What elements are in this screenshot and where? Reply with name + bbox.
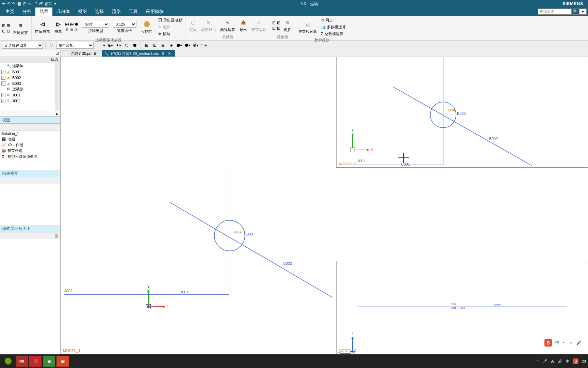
layout-grid1-icon[interactable]: ⊞ — [2, 23, 5, 28]
more-button[interactable]: ⊞ 更多 — [282, 18, 293, 33]
tool-icon-c[interactable]: ✦▾ — [115, 42, 122, 49]
list-item-load[interactable]: 📦载荷传递 — [0, 148, 60, 154]
total-calc-button[interactable]: Σ总数模运算 — [320, 31, 347, 37]
ime-logo-icon[interactable]: S — [544, 339, 552, 347]
ime-lang[interactable]: 中 — [555, 340, 559, 346]
tool-icon-i[interactable]: ◈ — [168, 42, 175, 49]
command-search-input[interactable] — [538, 9, 572, 15]
search-button[interactable]: 🔍 — [572, 9, 579, 15]
menu-home[interactable]: 主页 — [1, 7, 18, 16]
tree-item-b001[interactable]: ◢B001 — [0, 69, 55, 75]
checkbox[interactable] — [1, 76, 5, 80]
export-movie-button[interactable]: 🎞导出至电影 — [157, 17, 183, 23]
checkbox[interactable] — [1, 81, 5, 86]
tree-item-b002[interactable]: ◢B002 — [0, 75, 55, 80]
filter-combo[interactable]: 无选择过滤器 — [2, 42, 43, 49]
export-button[interactable]: 📤 导出 — [238, 18, 249, 33]
play-back-button[interactable]: ⊲ 向后播放 — [34, 19, 51, 35]
taskbar-nx[interactable]: NX — [16, 356, 28, 367]
tool-icon-g[interactable]: ⊡ — [151, 42, 158, 49]
checkbox[interactable] — [1, 70, 5, 74]
system-tray[interactable]: ˄ 🎤 🖧 🔊 中 S 20 — [537, 358, 586, 364]
tree-item-j001[interactable]: ⚙J001 — [0, 92, 55, 98]
viewport-model-3[interactable]: J004 J003B003 B002 Z Y S 中 •, ☺ 🎤 — [336, 261, 588, 354]
ime-toolbar[interactable]: S 中 •, ☺ 🎤 — [542, 338, 584, 348]
rigid-only-button[interactable]: ⬣ 仅刚性 — [140, 19, 154, 35]
tree-bodies[interactable]: 🔧运动体 — [0, 63, 55, 69]
assembly-combo[interactable]: 整个装配 — [56, 42, 94, 49]
sync-button[interactable]: ⟲同步 — [320, 17, 347, 23]
pointer-icon[interactable]: ↖ — [28, 1, 31, 6]
tray-network-icon[interactable]: 🖧 — [551, 359, 554, 363]
taskbar-camtasia[interactable]: ▣ — [43, 356, 55, 367]
tab-close-icon[interactable]: ✕ — [167, 51, 172, 56]
layout-grid3-icon[interactable]: ⊞ — [7, 23, 10, 28]
tray-time[interactable]: 20 — [582, 359, 586, 363]
layout-grid2-icon[interactable]: ⊟ — [2, 29, 5, 33]
tool-icon-l[interactable]: ⊕▾ — [192, 42, 199, 49]
curve-calc-button[interactable]: ∿ 曲线运算 — [219, 18, 236, 33]
tray-chevron-icon[interactable]: ˄ — [537, 359, 539, 364]
viewport-model-1[interactable]: J001 B001 B002 B003 J004 Y X MODEL_1 — [61, 57, 336, 354]
list-item-anim[interactable]: 🎬动画 — [0, 136, 60, 142]
record-icon[interactable]: ⏺ — [75, 22, 79, 27]
tree-item-b003[interactable]: ◢B003 — [0, 80, 55, 86]
func-icon3[interactable]: ⊞ — [277, 20, 280, 25]
taskbar-ppt[interactable]: ▣ — [56, 356, 69, 367]
redo-icon[interactable]: ↷ — [12, 1, 15, 6]
checkbox[interactable] — [1, 93, 5, 97]
menu-analysis[interactable]: 分析 — [18, 7, 35, 16]
ime-mic-icon[interactable]: 🎤 — [576, 340, 582, 345]
mic-icon[interactable]: 🎤 — [33, 1, 38, 6]
ime-face-icon[interactable]: ☺ — [569, 340, 573, 345]
func-icon2[interactable]: ⊡ — [272, 26, 276, 31]
tool-icon-k[interactable]: ⬢▾ — [184, 42, 191, 49]
checkbox[interactable] — [1, 99, 5, 103]
menu-view[interactable]: 视图 — [74, 7, 91, 16]
menu-icon[interactable]: ☰ — [2, 1, 6, 6]
tool-icon-a[interactable]: ⬚▾ — [99, 42, 105, 49]
grid-icon[interactable]: ⊞ — [23, 1, 27, 6]
search-dropdown[interactable]: ▾ — [579, 9, 587, 15]
multi-calc-button[interactable]: 📊多数模运算 — [320, 24, 347, 30]
tree-scroll-right-icon[interactable]: ▸ — [0, 111, 60, 116]
menu-app[interactable]: 应用模块 — [142, 7, 168, 16]
ime-punct-icon[interactable]: •, — [563, 340, 566, 345]
tray-ime-icon[interactable]: S — [573, 358, 578, 364]
tab-sim[interactable]: 🔧 (仿真) 习题7-30_motion1.sim 🗎 ✕ — [102, 50, 175, 57]
menu-geometry[interactable]: 几何体 — [52, 7, 74, 16]
list-item-model[interactable]: ⚙模型和载荷预处理 — [0, 154, 60, 159]
start-button[interactable] — [2, 356, 14, 367]
play-button[interactable]: ⊳ 播放 — [53, 19, 64, 35]
step-back-icon[interactable]: ⏮ — [65, 22, 69, 27]
cascade-icon[interactable]: 🗗 — [39, 1, 43, 6]
tray-lang[interactable]: 中 — [566, 359, 570, 364]
step-forward-icon[interactable]: ⏭ — [70, 22, 74, 27]
tool-icon-m[interactable]: ⬚▾ — [200, 42, 207, 49]
tool-icon-e[interactable]: ⬢ — [131, 42, 138, 49]
move-button[interactable]: ✥移动 — [157, 31, 183, 37]
quick-access-toolbar[interactable]: ☰ ↶ ↷ 📋 ⊞ ↖ 🎤 🗗 窗口 ▾ — [2, 1, 56, 7]
func-icon4[interactable]: ⊡ — [277, 26, 280, 31]
tool-icon-j[interactable]: ⬣▾ — [176, 42, 183, 49]
tray-volume-icon[interactable]: 🔊 — [558, 359, 562, 364]
layout-grid4-icon[interactable]: ⊟ — [7, 29, 10, 33]
tree-joints[interactable]: ⚙运动副 — [0, 86, 55, 92]
layout-settings-button[interactable]: ⊞ 布局设置 — [12, 21, 29, 36]
menu-tools[interactable]: 工具 — [125, 7, 142, 16]
taskbar-acrobat[interactable]: 📕 — [29, 356, 42, 367]
tool-icon-d[interactable]: ⬡ — [123, 42, 130, 49]
func-icon1[interactable]: ⊞ — [272, 20, 276, 25]
menu-render[interactable]: 渲染 — [108, 7, 125, 16]
menu-select[interactable]: 选择 — [91, 7, 108, 16]
copy-icon[interactable]: 📋 — [17, 1, 22, 6]
tab-prt[interactable]: 📄 习题7-30.prt 🗎 — [62, 50, 101, 57]
single-calc-button[interactable]: 📊 单数模运算 — [297, 19, 318, 35]
tool-icon-f[interactable]: ⊞ — [143, 42, 150, 49]
undo-icon[interactable]: ↶ — [7, 1, 11, 6]
viewport-model-2[interactable]: J001 B001 B002 B003 J004 Y X MODEL_2 — [336, 57, 588, 168]
menu-results[interactable]: 结果 — [35, 7, 52, 16]
zoom-icon[interactable]: ▨ — [54, 233, 58, 238]
solution-item[interactable]: Solution_1 — [0, 131, 60, 136]
tool-icon-h[interactable]: ⊟ — [160, 42, 166, 49]
